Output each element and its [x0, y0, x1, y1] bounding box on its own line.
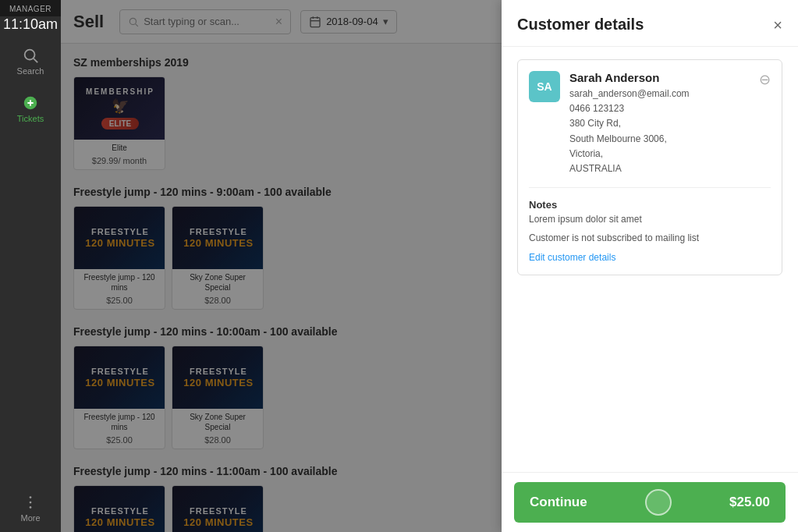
- svg-point-0: [25, 50, 35, 60]
- customer-modal: Customer details × SA Sarah Anderson sar…: [502, 0, 798, 532]
- sidebar-search-label: Search: [17, 66, 44, 76]
- sidebar-manager-label: MANAGER: [0, 0, 61, 16]
- modal-footer: Continue $25.00: [502, 472, 798, 532]
- customer-card: SA Sarah Anderson sarah_anderson@email.c…: [517, 59, 782, 275]
- sidebar-time: 11:10am: [3, 16, 58, 37]
- tickets-icon: [22, 94, 39, 112]
- more-icon: [22, 494, 39, 511]
- modal-close-button[interactable]: ×: [773, 17, 782, 33]
- customer-address2: South Melbourne 3006,: [569, 132, 750, 147]
- customer-name: Sarah Anderson: [569, 71, 750, 84]
- customer-details-text: Sarah Anderson sarah_anderson@email.com …: [569, 71, 750, 176]
- avatar: SA: [529, 71, 560, 102]
- continue-price: $25.00: [729, 495, 770, 510]
- svg-point-5: [30, 506, 32, 509]
- modal-title: Customer details: [517, 16, 644, 34]
- notes-section: Notes Lorem ipsum dolor sit amet Custome…: [529, 187, 771, 264]
- customer-info-row: SA Sarah Anderson sarah_anderson@email.c…: [529, 71, 771, 176]
- mailing-text: Customer is not subscribed to mailing li…: [529, 232, 771, 243]
- sidebar: MANAGER 11:10am Search Tickets More: [0, 0, 61, 532]
- notes-text: Lorem ipsum dolor sit amet: [529, 214, 771, 225]
- modal-header: Customer details ×: [502, 0, 798, 47]
- continue-label: Continue: [530, 495, 587, 510]
- continue-circle-icon: [645, 489, 672, 516]
- continue-button[interactable]: Continue $25.00: [514, 482, 786, 523]
- customer-address4: AUSTRALIA: [569, 161, 750, 176]
- modal-body: SA Sarah Anderson sarah_anderson@email.c…: [502, 47, 798, 472]
- remove-customer-icon[interactable]: ⊖: [759, 71, 771, 88]
- sidebar-item-search[interactable]: Search: [0, 37, 61, 85]
- notes-label: Notes: [529, 199, 771, 211]
- sidebar-more-label: More: [20, 513, 40, 523]
- customer-address3: Victoria,: [569, 147, 750, 161]
- customer-phone: 0466 123123: [569, 101, 750, 116]
- sidebar-tickets-label: Tickets: [17, 114, 44, 123]
- customer-email: sarah_anderson@email.com: [569, 87, 750, 101]
- search-icon: [22, 47, 39, 64]
- sidebar-item-more[interactable]: More: [0, 484, 61, 532]
- svg-line-1: [34, 59, 37, 62]
- edit-customer-link[interactable]: Edit customer details: [529, 252, 615, 263]
- svg-point-4: [30, 502, 32, 504]
- customer-address1: 380 City Rd,: [569, 116, 750, 131]
- svg-point-3: [30, 496, 32, 498]
- sidebar-item-tickets[interactable]: Tickets: [0, 85, 61, 133]
